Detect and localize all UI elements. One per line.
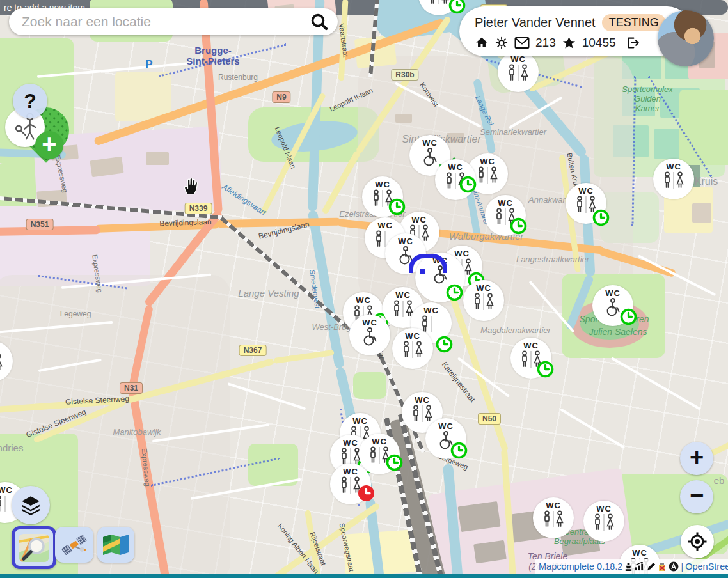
wc-marker-label: WC (377, 221, 393, 230)
background-layer-satellite-button[interactable] (55, 527, 93, 563)
wc-marker-label: WC (454, 249, 470, 258)
wc-marker-label: WC (480, 157, 495, 166)
road-shield: N367 (239, 345, 267, 356)
wc-marker-label: WC (476, 284, 491, 292)
wc-marker[interactable]: WC (566, 183, 606, 224)
wc-marker-label: WC (498, 199, 513, 207)
settings-gear-icon[interactable] (495, 36, 509, 50)
changeset-count: 10455 (582, 36, 616, 50)
wc-marker[interactable]: WC (498, 51, 539, 92)
opening-hours-open-icon (459, 176, 477, 193)
zoom-out-label: − (690, 483, 704, 508)
wc-marker-label: WC (343, 467, 358, 476)
opening-hours-open-icon (446, 284, 463, 301)
toilet-figures-icon (402, 341, 423, 359)
satellite-icon (60, 531, 88, 559)
map-feature (447, 133, 464, 143)
background-layer-osm-button[interactable] (12, 526, 56, 569)
map-label: Afleidingsvaart (220, 183, 267, 217)
road-shield: N31 (120, 382, 143, 394)
wc-marker-label: WC (411, 215, 427, 224)
geolocate-button[interactable] (681, 525, 714, 558)
wc-marker-label: WC (448, 163, 463, 171)
toilet-figures-icon (0, 354, 3, 371)
toilet-figures-icon (663, 171, 684, 189)
wc-marker[interactable]: WC (435, 159, 476, 200)
map-feature (611, 357, 701, 410)
zoom-out-button[interactable]: − (680, 480, 713, 513)
wc-marker[interactable]: WC (359, 434, 400, 474)
user-panel: Pieter Vander Vennet TESTING 213 10455 (459, 6, 692, 56)
wc-marker-label: WC (343, 439, 358, 447)
wc-marker-label: WC (605, 289, 621, 297)
messages-icon[interactable] (514, 36, 530, 49)
map-feature (458, 501, 501, 532)
wc-marker[interactable]: WC (533, 497, 574, 538)
map-canvas[interactable]: Brugge- Sint-PietersRustenburgPSint-Gill… (0, 0, 728, 578)
map-feature (216, 218, 341, 228)
wc-marker-label: WC (578, 187, 594, 195)
search-input[interactable] (20, 13, 310, 30)
toilet-figures-icon (420, 315, 442, 333)
attribution-bar: Mapcomplete 0.18.2 | OpenStreetMap (535, 559, 728, 574)
map-label: P (145, 58, 152, 71)
wc-marker[interactable]: WC (653, 159, 694, 199)
wc-marker[interactable]: WC (592, 285, 633, 326)
selected-element-arc (409, 254, 447, 273)
opening-hours-open-icon (450, 442, 468, 459)
wc-marker[interactable]: WC (362, 176, 403, 217)
map-feature (395, 114, 412, 123)
wc-marker-label: WC (422, 139, 438, 147)
app-version[interactable]: Mapcomplete 0.18.2 (539, 561, 622, 572)
search-bar (9, 8, 338, 35)
toilet-figures-icon (411, 405, 433, 423)
wc-marker[interactable]: WC (583, 501, 624, 542)
map-feature (0, 206, 150, 286)
opening-hours-badge (592, 208, 610, 229)
wc-marker[interactable]: WC (510, 338, 551, 379)
community-icon[interactable] (669, 561, 679, 572)
layers-button[interactable] (12, 486, 50, 524)
opening-hours-open-icon (620, 308, 637, 325)
user-name: Pieter Vander Vennet (475, 15, 596, 30)
statistics-icon[interactable] (624, 562, 633, 572)
opening-hours-open-icon (448, 0, 466, 14)
add-plus-icon[interactable]: + (35, 131, 63, 159)
wc-marker-label: WC (523, 341, 539, 350)
chart-icon[interactable] (635, 562, 644, 571)
wc-marker[interactable]: WC (392, 328, 433, 369)
wc-marker[interactable]: WC (485, 195, 526, 236)
pencil-icon[interactable] (646, 562, 656, 572)
star-icon[interactable] (562, 36, 576, 50)
wc-marker-label: WC (0, 486, 13, 494)
avatar[interactable] (658, 10, 714, 66)
wc-marker-label: WC (438, 422, 454, 430)
help-button[interactable]: ? (13, 84, 47, 118)
road-shield: N9 (272, 91, 290, 103)
opening-hours-open-icon (537, 361, 554, 378)
theme-test-icon (658, 562, 667, 572)
map-label: Magdalenakwartier (480, 326, 551, 336)
testing-badge: TESTING (602, 14, 666, 31)
background-layer-map-button[interactable] (97, 527, 134, 563)
wc-marker[interactable]: WC (463, 280, 504, 321)
map-feature (273, 350, 334, 364)
home-icon[interactable] (475, 36, 489, 50)
selected-element-dot (420, 269, 425, 274)
opening-hours-open-icon (386, 454, 403, 471)
wc-marker[interactable]: WC (425, 418, 466, 459)
osm-carto-icon (19, 534, 49, 562)
wc-marker[interactable]: WC (330, 464, 371, 504)
zoom-in-button[interactable]: + (680, 442, 713, 475)
wc-marker[interactable]: WC (349, 315, 390, 355)
opening-hours-badge (459, 175, 477, 196)
road-shield: N351 (26, 219, 54, 230)
messages-count: 213 (535, 36, 556, 50)
opening-hours-badge (358, 484, 375, 504)
osm-link[interactable]: OpenStreetMap (685, 561, 728, 572)
toilet-figures-icon (477, 166, 498, 184)
logout-icon[interactable] (626, 36, 640, 50)
search-icon[interactable] (310, 12, 329, 31)
wc-marker-label: WC (398, 237, 413, 246)
road-shield: N339 (185, 203, 212, 214)
